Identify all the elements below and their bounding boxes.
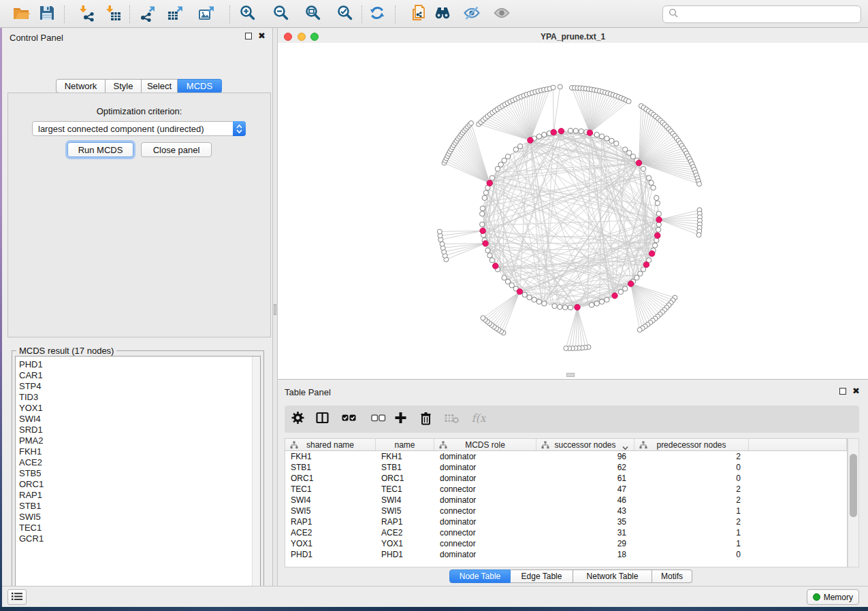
mcds-node[interactable]	[551, 129, 557, 135]
mcds-result-scrollbar[interactable]	[252, 357, 260, 595]
zoom-fit-button[interactable]	[301, 3, 325, 26]
mcds-node[interactable]	[558, 128, 564, 134]
network-node[interactable]	[536, 299, 541, 304]
zoom-out-button[interactable]	[269, 3, 293, 26]
network-node[interactable]	[498, 162, 503, 167]
network-node[interactable]	[622, 147, 627, 152]
network-node[interactable]	[480, 211, 485, 216]
mcds-node[interactable]	[628, 281, 634, 287]
show-all-button[interactable]	[489, 3, 514, 26]
split-columns-button[interactable]	[312, 411, 332, 427]
network-node[interactable]	[480, 222, 485, 227]
vertical-splitter-handle[interactable]	[274, 304, 276, 315]
mcds-result-item[interactable]: SWI5	[19, 512, 260, 523]
mcds-node[interactable]	[656, 217, 662, 223]
mcds-node[interactable]	[492, 263, 498, 269]
network-node[interactable]	[489, 258, 494, 263]
table-row[interactable]: YOX1YOX1connector291	[285, 538, 847, 549]
network-node[interactable]	[638, 271, 643, 276]
network-leaf-node[interactable]	[468, 120, 473, 125]
network-node[interactable]	[609, 138, 614, 143]
network-node[interactable]	[599, 134, 604, 139]
mcds-result-item[interactable]: YOX1	[19, 403, 260, 414]
horizontal-splitter-handle[interactable]	[566, 373, 575, 377]
table-row[interactable]: TEC1TEC1connector472	[285, 484, 847, 495]
network-node[interactable]	[594, 132, 599, 137]
network-node[interactable]	[654, 195, 659, 200]
column-header-MCDS-role[interactable]: MCDS role	[434, 439, 536, 450]
network-node[interactable]	[542, 301, 547, 306]
import-table-button[interactable]	[101, 3, 125, 26]
mcds-node[interactable]	[575, 304, 581, 310]
table-row[interactable]: SWI4SWI4dominator462	[285, 495, 847, 506]
mcds-result-item[interactable]: PHD1	[19, 359, 260, 370]
criterion-select[interactable]: largest connected component (undirected)	[32, 121, 246, 136]
network-node[interactable]	[589, 303, 594, 308]
tab-edge-table[interactable]: Edge Table	[511, 569, 573, 583]
table-row[interactable]: STB1STB1dominator620	[285, 462, 847, 473]
close-table-panel-icon[interactable]: ✖	[852, 388, 860, 395]
network-node[interactable]	[622, 286, 627, 291]
network-node[interactable]	[495, 166, 500, 171]
hide-selected-button[interactable]	[460, 3, 484, 26]
table-scrollbar[interactable]	[848, 438, 859, 567]
delete-column-button[interactable]	[415, 411, 436, 427]
network-leaf-node[interactable]	[558, 84, 562, 89]
network-leaf-node[interactable]	[481, 316, 485, 320]
network-node[interactable]	[599, 299, 604, 304]
tab-node-table[interactable]: Node Table	[449, 569, 511, 583]
table-row[interactable]: ORC1ORC1dominator610	[285, 473, 847, 484]
zoom-selected-button[interactable]	[333, 3, 357, 26]
network-node[interactable]	[568, 128, 573, 133]
mcds-result-item[interactable]: STB1	[19, 501, 260, 512]
network-node[interactable]	[552, 303, 557, 308]
search-box[interactable]	[662, 5, 861, 23]
network-node[interactable]	[536, 134, 541, 139]
network-leaf-node[interactable]	[637, 327, 642, 332]
column-header-name[interactable]: name	[376, 439, 434, 450]
network-leaf-node[interactable]	[697, 182, 702, 186]
table-scrollbar-thumb[interactable]	[850, 454, 857, 517]
network-node[interactable]	[562, 305, 567, 310]
mcds-node[interactable]	[587, 130, 593, 136]
network-node[interactable]	[502, 276, 507, 280]
network-leaf-node[interactable]	[626, 99, 631, 103]
tab-network[interactable]: Network	[56, 79, 106, 93]
panel-selector-button[interactable]	[7, 589, 27, 605]
float-panel-icon[interactable]	[245, 33, 252, 39]
network-leaf-node[interactable]	[551, 85, 556, 90]
mcds-result-item[interactable]: PMA2	[19, 435, 260, 446]
export-table-button[interactable]	[163, 3, 188, 26]
network-node[interactable]	[517, 144, 522, 148]
network-node[interactable]	[656, 227, 660, 232]
mcds-result-item[interactable]: CAR1	[19, 370, 260, 381]
mcds-result-item[interactable]: STB5	[19, 468, 260, 479]
network-node[interactable]	[651, 185, 656, 190]
mcds-node[interactable]	[487, 180, 493, 186]
mcds-result-item[interactable]: STP4	[19, 381, 260, 392]
network-leaf-node[interactable]	[696, 233, 701, 237]
deselect-checks-button[interactable]	[368, 411, 388, 427]
network-titlebar[interactable]: YPA_prune.txt_1	[278, 31, 868, 43]
network-nodes[interactable]	[437, 84, 702, 350]
network-node[interactable]	[558, 304, 562, 309]
network-node[interactable]	[579, 129, 583, 133]
mcds-node[interactable]	[649, 250, 655, 257]
mcds-node[interactable]	[517, 288, 523, 295]
network-graph-svg[interactable]	[278, 43, 868, 379]
import-network-button[interactable]	[74, 3, 99, 26]
open-file-button[interactable]	[9, 3, 33, 26]
export-network-button[interactable]	[135, 3, 160, 26]
network-node[interactable]	[568, 305, 573, 310]
network-node[interactable]	[655, 201, 660, 205]
tab-style[interactable]: Style	[106, 79, 142, 93]
clone-network-button[interactable]	[405, 3, 430, 26]
mcds-node[interactable]	[636, 160, 642, 166]
close-panel-button[interactable]: Close panel	[141, 142, 212, 157]
network-canvas[interactable]	[278, 43, 868, 379]
mcds-result-item[interactable]: SRD1	[19, 425, 260, 435]
mcds-result-list[interactable]: PHD1CAR1STP4TID3YOX1SWI4SRD1PMA2FKH1ACE2…	[15, 356, 261, 595]
network-node[interactable]	[505, 154, 510, 159]
network-node[interactable]	[532, 297, 536, 302]
tab-mcds[interactable]: MCDS	[178, 79, 222, 93]
